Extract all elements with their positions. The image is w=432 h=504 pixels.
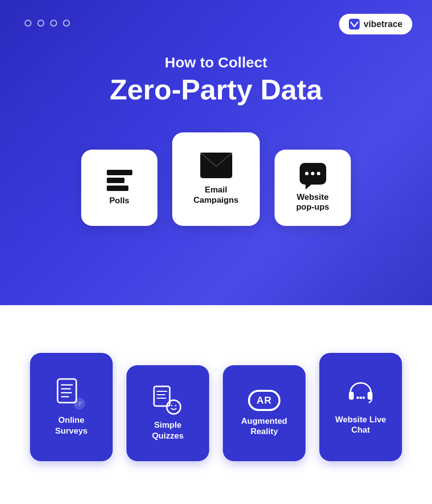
- chat-dot-1: [305, 172, 309, 175]
- quizzes-icon: [153, 385, 183, 415]
- polls-icon: [107, 170, 132, 191]
- bottom-cards-row: ☞ OnlineSurveys: [30, 353, 402, 461]
- svg-point-15: [167, 400, 181, 414]
- svg-rect-4: [58, 379, 76, 403]
- card-simple-quizzes[interactable]: SimpleQuizzes: [126, 365, 209, 461]
- card-polls[interactable]: Polls: [81, 150, 157, 226]
- card-online-surveys[interactable]: ☞ OnlineSurveys: [30, 353, 113, 461]
- headset-icon: [346, 379, 375, 410]
- online-surveys-label: OnlineSurveys: [55, 415, 88, 436]
- vibetrace-logo-icon: [349, 19, 360, 30]
- decoration-dots: [25, 20, 70, 27]
- chat-dot-3: [317, 172, 320, 175]
- svg-rect-0: [349, 19, 360, 30]
- hero-title: Zero-Party Data: [110, 74, 322, 105]
- svg-point-21: [360, 396, 362, 399]
- poll-bar-1: [107, 170, 132, 175]
- card-website-popups[interactable]: Websitepop-ups: [275, 150, 351, 226]
- email-icon: [200, 153, 232, 180]
- hero-section: vibetrace How to Collect Zero-Party Data…: [0, 0, 432, 305]
- svg-point-20: [357, 396, 359, 399]
- popup-icon: [300, 163, 326, 185]
- page-wrapper: vibetrace How to Collect Zero-Party Data…: [0, 0, 432, 504]
- dot-1: [25, 20, 31, 27]
- bottom-section: ☞ OnlineSurveys: [0, 305, 432, 504]
- logo-text: vibetrace: [364, 19, 402, 30]
- dot-3: [50, 20, 57, 27]
- svg-point-16: [171, 405, 173, 407]
- poll-bar-2: [107, 178, 124, 183]
- email-campaigns-label: EmailCampaigns: [193, 185, 239, 205]
- augmented-reality-label: AugmentedReality: [241, 416, 287, 437]
- card-email-campaigns[interactable]: EmailCampaigns: [172, 132, 260, 226]
- polls-label: Polls: [109, 196, 129, 206]
- website-popups-label: Websitepop-ups: [296, 192, 329, 213]
- svg-rect-18: [349, 392, 354, 400]
- svg-point-17: [175, 405, 177, 407]
- website-live-chat-label: Website LiveChat: [335, 414, 386, 436]
- svg-point-22: [363, 396, 365, 399]
- card-augmented-reality[interactable]: AR AugmentedReality: [223, 365, 306, 461]
- simple-quizzes-label: SimpleQuizzes: [152, 420, 184, 441]
- poll-bar-3: [107, 186, 128, 191]
- svg-text:☞: ☞: [75, 399, 83, 409]
- ar-icon: AR: [248, 390, 281, 411]
- hero-title-area: How to Collect Zero-Party Data: [110, 54, 322, 105]
- hero-cards-row: Polls EmailCampaigns: [81, 132, 351, 226]
- hero-subtitle: How to Collect: [110, 54, 322, 71]
- dot-2: [37, 20, 44, 27]
- dot-4: [63, 20, 70, 27]
- card-website-live-chat[interactable]: Website LiveChat: [319, 353, 402, 461]
- chat-dot-2: [311, 172, 314, 175]
- surveys-icon: ☞: [57, 378, 86, 410]
- logo-badge: vibetrace: [339, 14, 412, 34]
